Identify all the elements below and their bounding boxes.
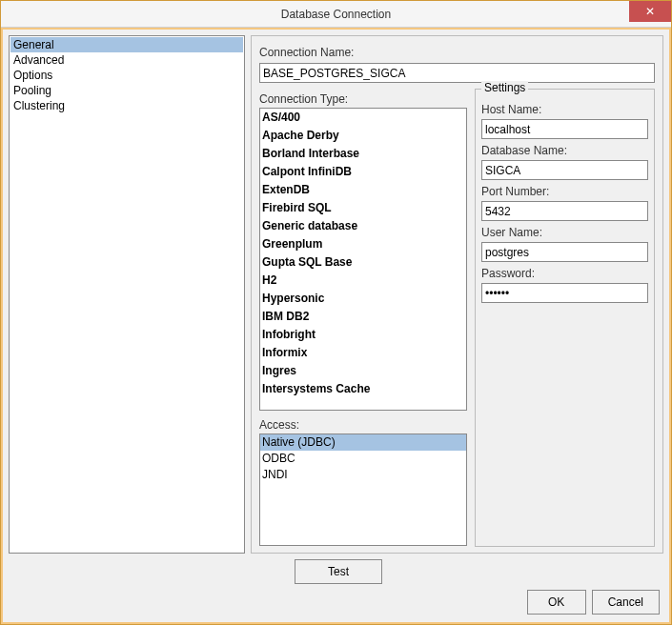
access-label: Access: bbox=[259, 418, 467, 432]
password-label: Password: bbox=[481, 267, 648, 280]
cancel-button[interactable]: Cancel bbox=[592, 590, 660, 615]
list-item[interactable]: Calpont InfiniDB bbox=[260, 163, 466, 181]
list-item[interactable]: H2 bbox=[260, 272, 466, 290]
connection-type-column: Connection Type: AS/400 Apache Derby Bor… bbox=[259, 89, 467, 547]
list-item[interactable]: Hypersonic bbox=[260, 290, 466, 308]
list-item[interactable]: AS/400 bbox=[260, 109, 466, 127]
sidebar-item-general[interactable]: General bbox=[10, 37, 243, 52]
client-area: General Advanced Options Pooling Cluster… bbox=[3, 30, 669, 622]
middle-row: Connection Type: AS/400 Apache Derby Bor… bbox=[259, 89, 655, 547]
bottom-button-row: OK Cancel bbox=[9, 590, 663, 616]
access-item-native[interactable]: Native (JDBC) bbox=[260, 434, 466, 451]
titlebar: Database Connection ✕ bbox=[1, 1, 671, 28]
port-number-label: Port Number: bbox=[481, 185, 648, 198]
sidebar-item-pooling[interactable]: Pooling bbox=[10, 83, 243, 98]
list-item[interactable]: Ingres bbox=[260, 362, 466, 380]
close-button[interactable]: ✕ bbox=[629, 1, 671, 22]
connection-type-list[interactable]: AS/400 Apache Derby Borland Interbase Ca… bbox=[259, 108, 467, 411]
connection-name-label: Connection Name: bbox=[259, 46, 655, 59]
list-item[interactable]: ExtenDB bbox=[260, 181, 466, 199]
connection-type-label: Connection Type: bbox=[259, 92, 467, 106]
settings-column: Host Name: Database Name: Port Number: U… bbox=[481, 99, 648, 303]
list-item[interactable]: Firebird SQL bbox=[260, 199, 466, 217]
list-item[interactable]: Borland Interbase bbox=[260, 145, 466, 163]
close-icon: ✕ bbox=[645, 5, 655, 18]
settings-legend: Settings bbox=[481, 81, 528, 94]
list-item[interactable]: Intersystems Cache bbox=[260, 380, 466, 398]
list-item[interactable]: Gupta SQL Base bbox=[260, 253, 466, 272]
sidebar-item-advanced[interactable]: Advanced bbox=[10, 52, 243, 68]
test-button[interactable]: Test bbox=[295, 559, 382, 584]
right-panel: Connection Name: Connection Type: AS/400… bbox=[251, 35, 663, 554]
list-item[interactable]: Generic database bbox=[260, 217, 466, 235]
ok-button[interactable]: OK bbox=[527, 590, 586, 615]
connection-name-input[interactable] bbox=[259, 63, 655, 83]
list-item[interactable]: Informix bbox=[260, 344, 466, 362]
access-list[interactable]: Native (JDBC) ODBC JNDI bbox=[259, 433, 467, 546]
window-title: Database Connection bbox=[281, 8, 391, 21]
port-number-input[interactable] bbox=[481, 201, 648, 221]
database-name-input[interactable] bbox=[481, 160, 648, 180]
category-sidebar[interactable]: General Advanced Options Pooling Cluster… bbox=[9, 35, 245, 554]
access-item-odbc[interactable]: ODBC bbox=[260, 451, 466, 467]
list-item[interactable]: Infobright bbox=[260, 326, 466, 344]
list-item[interactable]: IBM DB2 bbox=[260, 308, 466, 326]
user-name-input[interactable] bbox=[481, 242, 648, 262]
list-item[interactable]: Greenplum bbox=[260, 235, 466, 253]
user-name-label: User Name: bbox=[481, 226, 648, 239]
dialog-window: Database Connection ✕ General Advanced O… bbox=[0, 0, 672, 625]
host-name-input[interactable] bbox=[481, 119, 648, 139]
sidebar-item-options[interactable]: Options bbox=[10, 68, 243, 83]
sidebar-item-clustering[interactable]: Clustering bbox=[10, 98, 243, 113]
access-item-jndi[interactable]: JNDI bbox=[260, 467, 466, 483]
password-input[interactable] bbox=[481, 283, 648, 303]
list-item[interactable]: Apache Derby bbox=[260, 127, 466, 145]
settings-fieldset: Settings Host Name: Database Name: Port … bbox=[475, 89, 655, 547]
main-row: General Advanced Options Pooling Cluster… bbox=[9, 35, 663, 554]
database-name-label: Database Name: bbox=[481, 144, 648, 157]
test-row: Test bbox=[9, 559, 663, 584]
host-name-label: Host Name: bbox=[481, 103, 648, 116]
